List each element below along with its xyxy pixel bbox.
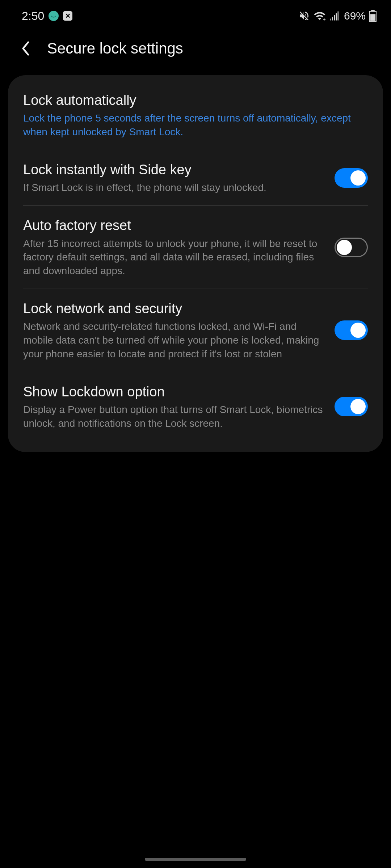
setting-lock-network-security[interactable]: Lock network and security Network and se… — [8, 289, 383, 372]
status-right: + 69% — [298, 10, 377, 22]
setting-title: Lock network and security — [23, 300, 324, 318]
wifi-icon: + — [314, 10, 326, 22]
setting-text-block: Auto factory reset After 15 incorrect at… — [23, 217, 324, 278]
toggle-auto-factory-reset[interactable] — [335, 238, 368, 257]
setting-subtitle: If Smart Lock is in effect, the phone wi… — [23, 181, 324, 195]
setting-text-block: Lock automatically Lock the phone 5 seco… — [23, 92, 368, 139]
notification-icon-2: ✕ — [63, 11, 72, 21]
svg-rect-3 — [370, 14, 375, 21]
status-time: 2:50 — [22, 9, 44, 23]
svg-text:+: + — [323, 16, 325, 22]
setting-subtitle: Lock the phone 5 seconds after the scree… — [23, 111, 368, 139]
setting-text-block: Lock network and security Network and se… — [23, 300, 324, 361]
setting-show-lockdown[interactable]: Show Lockdown option Display a Power but… — [8, 372, 383, 441]
setting-auto-factory-reset[interactable]: Auto factory reset After 15 incorrect at… — [8, 206, 383, 289]
setting-subtitle: Network and security-related functions l… — [23, 320, 324, 361]
toggle-lock-network-security[interactable] — [335, 320, 368, 340]
setting-lock-automatically[interactable]: Lock automatically Lock the phone 5 seco… — [8, 81, 383, 150]
page-title: Secure lock settings — [47, 40, 183, 57]
setting-title: Auto factory reset — [23, 217, 324, 234]
battery-icon — [369, 10, 377, 22]
setting-text-block: Lock instantly with Side key If Smart Lo… — [23, 161, 324, 195]
mute-vibrate-icon — [298, 10, 310, 22]
status-bar: 2:50 ✕ + 69% — [0, 0, 391, 29]
settings-panel: Lock automatically Lock the phone 5 seco… — [8, 75, 383, 452]
signal-icon — [329, 10, 340, 21]
toggle-show-lockdown[interactable] — [335, 397, 368, 416]
app-bar: Secure lock settings — [0, 29, 391, 75]
notification-icon-1 — [49, 11, 59, 21]
setting-text-block: Show Lockdown option Display a Power but… — [23, 383, 324, 430]
setting-lock-side-key[interactable]: Lock instantly with Side key If Smart Lo… — [8, 150, 383, 205]
status-left: 2:50 ✕ — [22, 9, 72, 23]
toggle-lock-side-key[interactable] — [335, 168, 368, 188]
setting-title: Lock automatically — [23, 92, 368, 109]
battery-percent: 69% — [344, 10, 366, 22]
setting-subtitle: After 15 incorrect attempts to unlock yo… — [23, 237, 324, 278]
home-indicator[interactable] — [145, 858, 246, 861]
setting-title: Lock instantly with Side key — [23, 161, 324, 179]
setting-subtitle: Display a Power button option that turns… — [23, 403, 324, 430]
setting-title: Show Lockdown option — [23, 383, 324, 401]
back-button[interactable] — [18, 41, 33, 56]
